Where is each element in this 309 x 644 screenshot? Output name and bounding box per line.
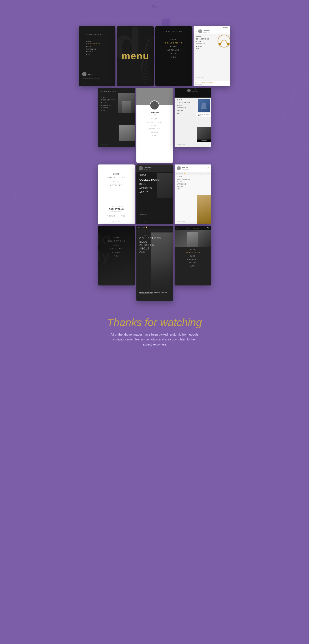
row-2: Deadline UI Kit SHOP COLLECTIONS BLOG AR… <box>18 88 291 163</box>
settings-1[interactable]: SETTINGS <box>82 82 90 84</box>
md-settings[interactable]: SETTINGS <box>188 282 197 284</box>
card-white-menu: ✕ SHOP COLLECTIONS BLOG ARTICLES lorem i… <box>98 164 135 224</box>
back-arrow-dark[interactable]: ← <box>101 229 132 231</box>
profile-top-bg <box>136 88 173 105</box>
ctr-ask[interactable]: ASK <box>136 134 173 137</box>
close-icon-white[interactable]: ✕ <box>130 167 132 170</box>
center-profile-sub: USA <box>136 114 173 115</box>
dark-profile-name: John doe <box>144 167 151 168</box>
wm-articles[interactable]: ARTICLES <box>101 183 132 187</box>
card-phone-bags: ← John doe Bondoo, USA ⋮ SHOP COLLECTION… <box>174 88 211 147</box>
wc-shop[interactable]: SHOP <box>177 176 209 178</box>
bg-person-img <box>157 173 173 198</box>
md-shop[interactable]: SHOP <box>174 248 211 251</box>
dp-settings[interactable]: SETTINGS <box>140 220 148 222</box>
df-blog[interactable]: BLOG <box>101 243 132 246</box>
back-arrow-2[interactable]: ← <box>176 90 178 91</box>
svg-point-0 <box>218 35 230 47</box>
row-3: ✕ SHOP COLLECTIONS BLOG ARTICLES lorem i… <box>18 164 291 224</box>
wc-about[interactable]: ABOUT <box>177 185 209 188</box>
wm-collections[interactable]: COLLECTIONS <box>101 176 132 180</box>
md-ask[interactable]: ASK <box>174 264 211 268</box>
sc-ask[interactable]: ASK <box>140 250 170 254</box>
back-arrow-sc[interactable]: ← <box>138 230 140 232</box>
wm-about[interactable]: ABOUT <box>104 215 118 217</box>
ctr-articles[interactable]: ARTICLES <box>136 127 173 130</box>
sc-person-name: Maisie Williams for Game Of Thrones <box>140 292 170 293</box>
wc-ask[interactable]: ASK <box>177 188 209 190</box>
md-collections[interactable]: COLLECTIONS <box>174 251 211 254</box>
wm-ask[interactable]: ASK <box>118 215 128 217</box>
carrier-bar-2: ●●●VIRGIN📶 <box>136 226 173 228</box>
sc-articles[interactable]: ARTICLES <box>140 244 170 247</box>
nav-blog[interactable]: BLOG <box>86 45 108 48</box>
sc-collections[interactable]: COLLECTIONS <box>140 237 170 240</box>
df-about[interactable]: ABOUT <box>101 250 132 254</box>
hamburger-icon[interactable]: ☰ <box>176 227 178 229</box>
sc-blog[interactable]: BLOG <box>140 240 170 244</box>
user-name-r1: John doe <box>203 30 210 32</box>
search-icon[interactable]: 🔍 <box>207 227 209 229</box>
card-media-dark: ☰ Media Featured 🔍 SHOP COLLECTIONS BLOG… <box>174 226 211 286</box>
card-dark-menu-1: Deadline UI Kit SHOP COLLECTIONS BLOG AR… <box>79 26 116 86</box>
wc-name: John doe <box>182 167 188 168</box>
card1-logo: Deadline UI Kit <box>83 31 112 36</box>
card3-shop[interactable]: SHOP <box>160 38 188 41</box>
grid-container: Deadline UI Kit SHOP COLLECTIONS BLOG AR… <box>0 8 309 303</box>
wm-shop[interactable]: SHOP <box>101 172 132 176</box>
card3-ask[interactable]: ASK <box>160 55 188 59</box>
wc-articles[interactable]: ARTICLES <box>177 183 209 185</box>
wc-blog[interactable]: BLOG <box>177 180 209 183</box>
user-sub-r1: Bondoo, USA <box>203 32 210 33</box>
more-icon[interactable]: ⋮ <box>208 90 209 92</box>
md-articles[interactable]: ARTICLES <box>174 258 211 261</box>
nav-articles[interactable]: ARTICLES <box>86 48 108 50</box>
card-shop-collections: ●●●VIRGIN📶 ← SHOP COLLECTIONS BLOG ARTIC… <box>136 226 173 301</box>
card-white-close: John doe Bondoo, USA ✕ ●●●VIRGIN📶 ← SHOP… <box>174 164 211 224</box>
wm-profile-quote: Lorem ipsum dolor sit <box>98 210 135 212</box>
sc-about[interactable]: ABOUT <box>140 247 170 250</box>
md-about[interactable]: ABOUT <box>174 261 211 264</box>
df-ask[interactable]: ASK <box>101 254 132 258</box>
card3-blog[interactable]: BLOG <box>160 44 188 48</box>
card-menu-text: d menu <box>117 26 154 86</box>
nav-header-dark: ← <box>136 228 173 233</box>
dp-person-name: Tom Hanks <box>140 213 148 215</box>
bags-settings[interactable]: SETTINGS <box>177 144 185 146</box>
ctr-collections[interactable]: COLLECTIONS <box>136 120 173 124</box>
nav-ask[interactable]: ASK <box>86 53 108 56</box>
df-collections[interactable]: COLLECTIONS <box>101 239 132 243</box>
wm-settings[interactable]: SETTINGS <box>112 220 120 222</box>
card3-settings[interactable]: SETTINGS <box>169 82 178 84</box>
df-shop[interactable]: SHOP <box>101 235 132 239</box>
ctr-blog[interactable]: BLOG <box>136 124 173 127</box>
ctr-shop[interactable]: SHOP <box>136 117 173 120</box>
card3-collections[interactable]: COLLECTIONS <box>160 41 188 44</box>
footer-title: Thanks for watching <box>18 316 291 328</box>
wc-sub: Bondoo, USA <box>182 168 188 170</box>
rcard1-settings[interactable]: SETTINGS <box>196 77 204 78</box>
wc-collections[interactable]: COLLECTIONS <box>177 178 209 180</box>
md-blog[interactable]: BLOG <box>174 254 211 258</box>
featured-tab[interactable]: Featured <box>192 228 199 229</box>
nav-shop[interactable]: SHOP <box>86 40 108 42</box>
back-arrow[interactable]: ← <box>195 30 197 32</box>
nav-about[interactable]: ABOUT <box>86 50 108 53</box>
footwear-label: Footwears <box>197 140 211 142</box>
nav-collections[interactable]: COLLECTIONS <box>86 42 108 45</box>
wm-blog[interactable]: BLOG <box>101 180 132 183</box>
dark-profile-header: John doe Bondoo, USA <box>136 164 173 172</box>
df-articles[interactable]: ARTICLES <box>101 246 132 250</box>
close-icon-wc[interactable]: ✕ <box>207 166 209 169</box>
footwear-image: Footwears <box>197 128 211 142</box>
media-tab[interactable]: Media <box>186 228 190 229</box>
article-date: Nov 27, 2016 <box>195 84 228 85</box>
card-dark-photo-1: Deadline UI Kit SHOP COLLECTIONS BLOG AR… <box>98 88 135 147</box>
ctr-about[interactable]: ABOUT <box>136 130 173 134</box>
avatar-center <box>150 100 159 110</box>
dark-profile-sub: Bondoo, USA <box>144 168 151 170</box>
card3-articles[interactable]: ARTICLES <box>160 48 188 52</box>
r2c1-settings[interactable]: SETTINGS <box>101 144 110 145</box>
wc-settings[interactable]: SETTINGS <box>177 220 185 222</box>
card3-about[interactable]: ABOUT <box>160 52 188 55</box>
